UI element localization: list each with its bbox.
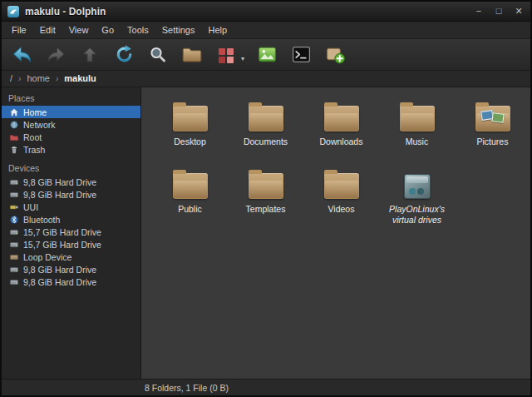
places-panel: Places Home Network xyxy=(2,87,141,379)
devices-section: Devices 9,8 GiB Hard Drive 9, xyxy=(2,161,140,288)
devices-header: Devices xyxy=(2,161,140,176)
folder-templates[interactable]: Templates xyxy=(228,166,303,232)
folder-documents[interactable]: Documents xyxy=(228,98,303,165)
sidebar-item-label: Network xyxy=(23,120,56,130)
hard-drive-icon xyxy=(9,240,19,250)
sidebar-item-label: 15,7 GiB Hard Drive xyxy=(23,240,101,250)
back-button[interactable] xyxy=(9,42,34,67)
breadcrumb-separator-icon: › xyxy=(56,74,58,83)
sidebar-item-root[interactable]: Root xyxy=(2,131,140,143)
preview-button[interactable] xyxy=(254,42,279,67)
folder-label: Videos xyxy=(328,204,355,215)
menu-settings[interactable]: Settings xyxy=(155,22,202,38)
folder-icon xyxy=(324,173,359,199)
folder-desktop[interactable]: Desktop xyxy=(152,98,228,165)
sidebar-item-home[interactable]: Home xyxy=(2,106,140,118)
folder-videos[interactable]: Videos xyxy=(303,166,379,232)
folder-icon xyxy=(173,106,208,132)
places-section: Places Home Network xyxy=(2,92,140,156)
menu-go[interactable]: Go xyxy=(95,22,121,38)
sidebar-item-label: 15,7 GiB Hard Drive xyxy=(23,227,101,237)
maximize-button[interactable]: □ xyxy=(493,6,505,17)
up-arrow-icon xyxy=(80,45,100,65)
sidebar-item-loop-device[interactable]: Loop Device xyxy=(2,251,140,263)
usb-drive-icon xyxy=(9,202,19,212)
reload-button[interactable] xyxy=(111,42,136,67)
menu-help[interactable]: Help xyxy=(201,22,234,38)
sidebar-item-bluetooth[interactable]: Bluetooth xyxy=(2,213,140,226)
sidebar-item-hard-drive-3[interactable]: 15,7 GiB Hard Drive xyxy=(2,226,140,238)
home-icon xyxy=(9,107,19,117)
breadcrumb-makulu[interactable]: makulu xyxy=(64,71,96,87)
virtual-drive-icon xyxy=(404,174,431,199)
link-playonlinux-virtual-drives[interactable]: PlayOnLinux's virtual drives xyxy=(379,166,455,232)
loop-device-icon xyxy=(9,252,19,262)
folder-downloads[interactable]: Downloads xyxy=(303,98,379,165)
folder-label: Desktop xyxy=(174,136,206,147)
folder-label: Music xyxy=(406,136,428,147)
sidebar-item-hard-drive-2[interactable]: 9,8 GiB Hard Drive xyxy=(2,188,140,201)
back-arrow-icon xyxy=(11,43,33,66)
sidebar-item-hard-drive-1[interactable]: 9,8 GiB Hard Drive xyxy=(2,176,140,188)
breadcrumb-home[interactable]: home xyxy=(27,71,50,87)
sidebar-item-label: UUI xyxy=(23,202,38,212)
sidebar-item-label: 9,8 GiB Hard Drive xyxy=(23,177,96,187)
menu-view[interactable]: View xyxy=(62,22,96,38)
open-terminal-button[interactable] xyxy=(288,42,313,67)
sidebar-item-hard-drive-5[interactable]: 9,8 GiB Hard Drive xyxy=(2,263,140,275)
menu-file[interactable]: File xyxy=(5,22,33,38)
trash-icon xyxy=(9,145,19,155)
folder-label: Templates xyxy=(246,204,286,215)
root-folder-icon xyxy=(9,132,19,142)
photo-thumb-icon xyxy=(491,112,504,123)
hard-drive-icon xyxy=(9,190,19,200)
menu-tools[interactable]: Tools xyxy=(121,22,155,38)
hard-drive-icon xyxy=(9,177,19,187)
new-item-button[interactable] xyxy=(323,42,347,67)
statusbar: 8 Folders, 1 File (0 B) xyxy=(2,379,530,395)
sidebar-item-label: Home xyxy=(23,107,47,117)
close-button[interactable]: ✕ xyxy=(513,6,525,17)
folder-label: Downloads xyxy=(320,136,363,147)
menu-edit[interactable]: Edit xyxy=(33,22,62,38)
minimize-button[interactable]: − xyxy=(473,6,485,17)
folder-icon xyxy=(181,44,203,66)
breadcrumb-root[interactable]: / xyxy=(10,71,12,87)
places-header: Places xyxy=(2,92,140,106)
folder-icon xyxy=(249,173,283,199)
sidebar-item-hard-drive-6[interactable]: 9,8 GiB Hard Drive xyxy=(2,275,140,288)
sidebar-item-label: Trash xyxy=(23,145,45,155)
forward-button[interactable] xyxy=(43,42,68,67)
folder-pictures[interactable]: Pictures xyxy=(455,98,530,165)
hard-drive-icon xyxy=(9,277,19,287)
toolbar: ▾ xyxy=(2,39,530,71)
sidebar-item-label: Loop Device xyxy=(23,252,71,262)
chevron-down-icon: ▾ xyxy=(241,55,244,62)
hard-drive-icon xyxy=(9,227,19,237)
sidebar-item-network[interactable]: Network xyxy=(2,118,140,131)
sidebar-item-uui[interactable]: UUI xyxy=(2,201,140,213)
up-button[interactable] xyxy=(77,42,102,67)
folder-label: Public xyxy=(178,204,202,215)
find-icon xyxy=(148,45,168,65)
folder-public[interactable]: Public xyxy=(152,166,228,232)
folder-icon xyxy=(173,173,208,199)
sidebar-item-label: 9,8 GiB Hard Drive xyxy=(23,190,96,200)
new-folder-button[interactable] xyxy=(180,42,204,67)
folder-music[interactable]: Music xyxy=(379,98,455,165)
find-button[interactable] xyxy=(145,42,170,67)
preview-icon xyxy=(257,44,278,65)
forward-arrow-icon xyxy=(46,44,66,65)
dolphin-window: makulu - Dolphin − □ ✕ File Edit View Go… xyxy=(0,0,532,397)
content-area: Places Home Network xyxy=(2,87,530,379)
icons-view-icon xyxy=(216,45,236,65)
view-mode-button[interactable]: ▾ xyxy=(214,42,239,67)
sidebar-item-trash[interactable]: Trash xyxy=(2,143,140,156)
folder-pictures-icon xyxy=(475,106,510,132)
terminal-icon xyxy=(291,44,312,65)
sidebar-item-label: Bluetooth xyxy=(23,215,60,225)
folder-icon xyxy=(400,106,435,132)
sidebar-item-hard-drive-4[interactable]: 15,7 GiB Hard Drive xyxy=(2,238,140,251)
bluetooth-icon xyxy=(9,215,19,225)
sidebar-item-label: Root xyxy=(23,132,42,142)
